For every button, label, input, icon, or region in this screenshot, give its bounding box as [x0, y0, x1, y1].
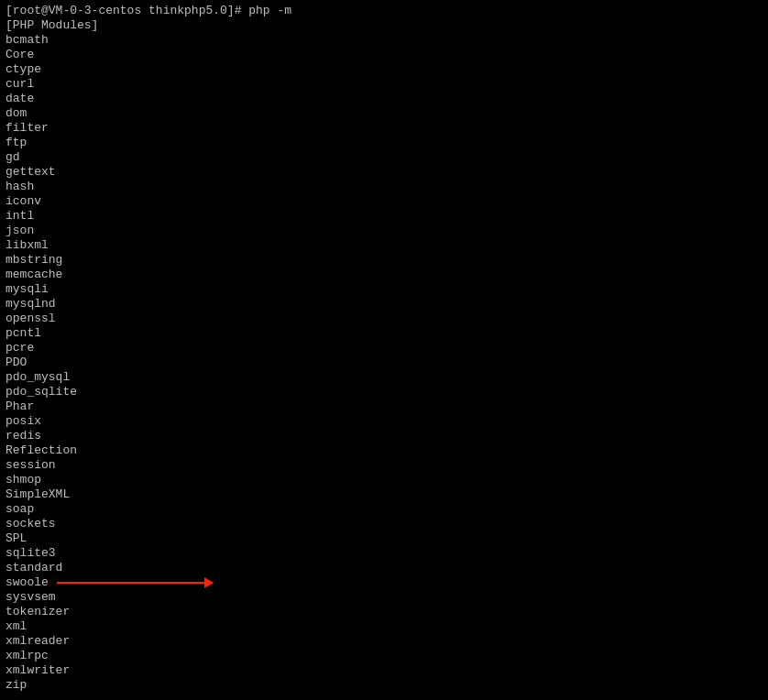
module-line: xmlrpc — [5, 649, 763, 663]
module-line: Reflection — [5, 443, 763, 458]
module-line: openssl — [5, 312, 763, 326]
arrow-line — [57, 582, 213, 584]
module-line: pcre — [5, 341, 763, 355]
module-line: xmlreader — [5, 634, 763, 649]
module-line: posix — [5, 414, 763, 429]
module-line: ftp — [5, 136, 763, 150]
module-line: intl — [5, 209, 763, 224]
module-line: filter — [5, 121, 763, 136]
module-line: session — [5, 458, 763, 473]
module-line: zip — [5, 678, 763, 693]
module-line: Core — [5, 48, 763, 62]
module-line: mbstring — [5, 253, 763, 268]
module-line: libxml — [5, 238, 763, 253]
module-line: xml — [5, 619, 763, 634]
module-line: mysqli — [5, 282, 763, 297]
module-line: hash — [5, 180, 763, 194]
module-line: iconv — [5, 194, 763, 209]
module-line: gd — [5, 150, 763, 165]
module-line: SimpleXML — [5, 487, 763, 502]
module-line: pdo_sqlite — [5, 385, 763, 399]
module-line: json — [5, 224, 763, 238]
module-line: mysqlnd — [5, 297, 763, 312]
module-line: tokenizer — [5, 605, 763, 619]
module-line: pcntl — [5, 326, 763, 341]
module-line: sockets — [5, 517, 763, 531]
module-line: shmop — [5, 473, 763, 487]
module-line: Phar — [5, 399, 763, 414]
php-modules-header: [PHP Modules] — [5, 18, 763, 33]
module-line: ctype — [5, 62, 763, 77]
module-line: gettext — [5, 165, 763, 180]
swoole-arrow — [57, 582, 213, 584]
module-line: xmlwriter — [5, 663, 763, 678]
module-line: redis — [5, 429, 763, 443]
module-line: SPL — [5, 531, 763, 546]
module-line: sysvsem — [5, 590, 763, 605]
module-line: curl — [5, 77, 763, 92]
module-line: memcache — [5, 268, 763, 282]
module-line: PDO — [5, 355, 763, 370]
prompt-line: [root@VM-0-3-centos thinkphp5.0]# php -m — [5, 4, 763, 18]
module-line: dom — [5, 106, 763, 121]
module-line: date — [5, 92, 763, 106]
module-line: bcmath — [5, 33, 763, 48]
terminal-window: [root@VM-0-3-centos thinkphp5.0]# php -m… — [0, 0, 768, 700]
module-line: soap — [5, 502, 763, 517]
module-line: pdo_mysql — [5, 370, 763, 385]
module-line: sqlite3 — [5, 546, 763, 561]
module-line: standard — [5, 561, 763, 575]
